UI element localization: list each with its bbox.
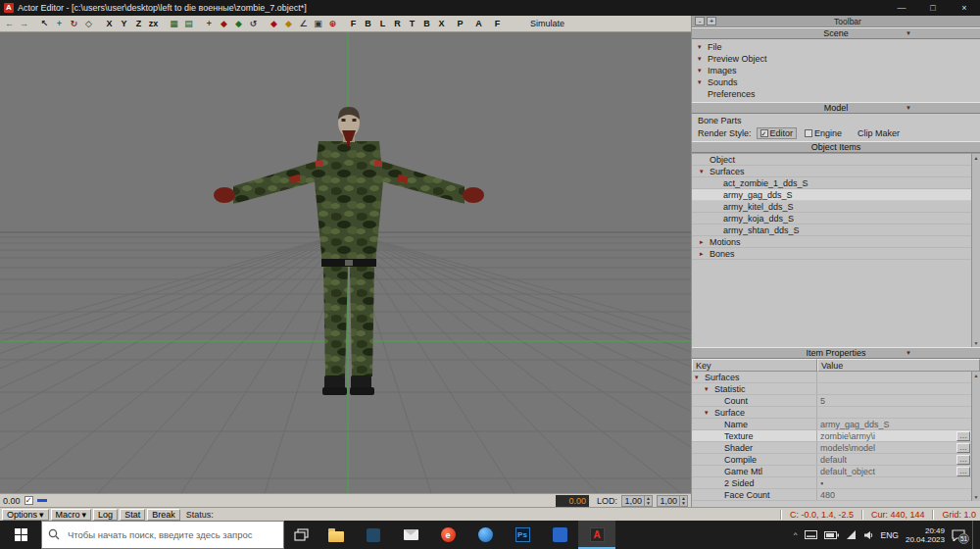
touch-keyboard-icon[interactable] (805, 530, 817, 539)
maximize-button[interactable]: □ (917, 0, 949, 16)
tree-item[interactable]: ▾ Surfaces (692, 166, 971, 177)
toolbar-button[interactable]: B (419, 17, 434, 30)
tree-item[interactable]: ▸ Bones (692, 248, 971, 260)
object-items-header[interactable]: Object Items (692, 141, 980, 153)
tree-expand-icon[interactable]: ▸ (700, 238, 710, 246)
toolbar-button[interactable]: ⊕ (325, 17, 340, 30)
property-value[interactable]: models\model (820, 443, 875, 453)
tree-item[interactable]: ▸ Motions (692, 236, 971, 248)
toolbar-button[interactable]: ∠ (296, 17, 311, 30)
property-row[interactable]: Texture zombie\army\i … (692, 430, 971, 442)
battery-icon[interactable] (824, 531, 839, 539)
tree-expand-icon[interactable]: ▸ (700, 250, 710, 258)
toolbar-button[interactable]: ↻ (67, 17, 81, 30)
group-expand-icon[interactable]: ▾ (705, 385, 714, 393)
tree-scrollbar[interactable]: ▲ ▼ (971, 154, 980, 347)
toolbar-button[interactable]: ◆ (267, 17, 281, 30)
scene-menu-item[interactable]: Preferences (692, 88, 980, 100)
toolbar-button[interactable]: ◆ (281, 17, 296, 30)
property-value[interactable]: default_object (820, 467, 875, 476)
model-section-header[interactable]: Model ▼ (692, 102, 980, 114)
scene-menu-item[interactable]: ▾ Sounds (692, 76, 980, 88)
toolbar-button[interactable]: + (202, 17, 217, 30)
clip-maker-button[interactable]: Clip Maker (858, 128, 900, 138)
property-row[interactable]: Face Count 480 (692, 489, 971, 501)
anim-checkbox[interactable]: ✓ (24, 496, 33, 505)
ellipsis-button[interactable]: … (956, 467, 970, 476)
toolbar-button[interactable]: X (102, 17, 117, 30)
taskbar-app-icon[interactable] (466, 521, 504, 549)
property-row[interactable]: Game Mtl default_object … (692, 466, 971, 477)
scene-menu-item[interactable]: ▾ Images (692, 65, 980, 76)
spinner-arrows-icon[interactable]: ▲▼ (679, 496, 687, 506)
tree-expand-icon[interactable]: ▾ (700, 168, 710, 175)
chevron-down-icon[interactable]: ▼ (906, 30, 911, 36)
toolbar-button[interactable]: ▣ (311, 17, 325, 30)
property-value[interactable]: army_gag_dds_S (820, 420, 890, 429)
property-row[interactable]: Count 5 (692, 395, 971, 407)
spinner-arrows-icon[interactable]: ▲▼ (644, 496, 652, 506)
taskbar-app-icon[interactable] (355, 521, 392, 549)
close-button[interactable]: × (949, 0, 980, 16)
properties-scrollbar[interactable]: ▲ ▼ (971, 372, 980, 501)
taskbar-app-icon[interactable] (318, 521, 355, 549)
property-row[interactable]: ▾ Surfaces (692, 372, 971, 383)
scroll-down-icon[interactable]: ▼ (974, 340, 979, 346)
editor-checkbox[interactable]: ✓ Editor (757, 127, 798, 139)
property-row[interactable]: ▾ Surface (692, 407, 971, 419)
tree-item[interactable]: army_shtan_dds_S (692, 225, 971, 236)
toolbar-button[interactable]: Y (117, 17, 131, 30)
titlebar[interactable]: A Actor Editor - [c:\users\user\desktop\… (0, 0, 980, 16)
expand-button[interactable]: + (707, 17, 716, 25)
break-button[interactable]: Break (147, 509, 180, 521)
tray-expand-icon[interactable]: ^ (794, 530, 798, 539)
network-icon[interactable] (846, 530, 857, 539)
toolbar-button[interactable]: Z (131, 17, 146, 30)
taskbar-app-icon[interactable]: e (429, 521, 466, 549)
property-value[interactable]: ▪ (820, 478, 823, 488)
anim-slider[interactable] (37, 499, 47, 502)
toolbar-button[interactable]: P (453, 17, 467, 30)
toolbar-button[interactable]: zx (146, 17, 161, 30)
property-row[interactable]: Name army_gag_dds_S (692, 419, 971, 430)
toolbar-button[interactable]: X (434, 17, 449, 30)
ellipsis-button[interactable]: … (956, 443, 970, 453)
log-button[interactable]: Log (93, 509, 118, 521)
scroll-up-icon[interactable]: ▲ (974, 155, 979, 161)
scroll-up-icon[interactable]: ▲ (974, 373, 979, 378)
lod-spinner-2[interactable]: 1,00 ▲▼ (657, 495, 688, 507)
toolbar-button[interactable]: + (52, 17, 67, 30)
scene-menu-item[interactable]: ▾ File (692, 41, 980, 53)
scene-section-header[interactable]: Scene ▼ (692, 27, 980, 39)
toolbar-button[interactable]: B (361, 17, 375, 30)
tree-item[interactable]: army_koja_dds_S (692, 213, 971, 225)
toolbar-button[interactable]: T (405, 17, 419, 30)
tree-item[interactable]: act_zombie_1_dds_S (692, 177, 971, 189)
tree-item[interactable]: army_kitel_dds_S (692, 201, 971, 213)
property-row[interactable]: Shader models\model … (692, 442, 971, 454)
chevron-down-icon[interactable]: ▼ (906, 105, 911, 111)
property-row[interactable]: Compile default … (692, 454, 971, 466)
start-button[interactable] (0, 521, 41, 549)
action-center-icon[interactable]: 51 (952, 529, 965, 541)
toolbar-button[interactable]: ← (2, 17, 17, 30)
clock[interactable]: 20:49 20.04.2023 (906, 526, 945, 544)
property-value[interactable]: 5 (820, 396, 825, 406)
taskbar-app-icon[interactable]: Ps (504, 521, 541, 549)
toolbar-button[interactable]: ▤ (181, 17, 196, 30)
taskbar-app-icon[interactable]: A (578, 521, 615, 549)
toolbar-button[interactable]: ◇ (81, 17, 96, 30)
toolbar-button[interactable]: F (346, 17, 361, 30)
viewport-3d[interactable] (0, 32, 691, 493)
viewport-canvas[interactable] (0, 32, 691, 493)
simulate-label[interactable]: Simulate (530, 19, 564, 28)
property-value[interactable]: default (820, 455, 847, 465)
engine-checkbox[interactable]: Engine (802, 127, 845, 139)
scene-menu-item[interactable]: ▾ Preview Object (692, 53, 980, 65)
toolbar-button[interactable]: A (471, 17, 486, 30)
property-row[interactable]: ▾ Statistic (692, 383, 971, 395)
toolbar-button[interactable]: ↖ (37, 17, 52, 30)
tree-item[interactable]: army_gag_dds_S (692, 189, 971, 201)
property-row[interactable]: 2 Sided ▪ (692, 477, 971, 489)
toolbar-button[interactable]: ▦ (167, 17, 181, 30)
